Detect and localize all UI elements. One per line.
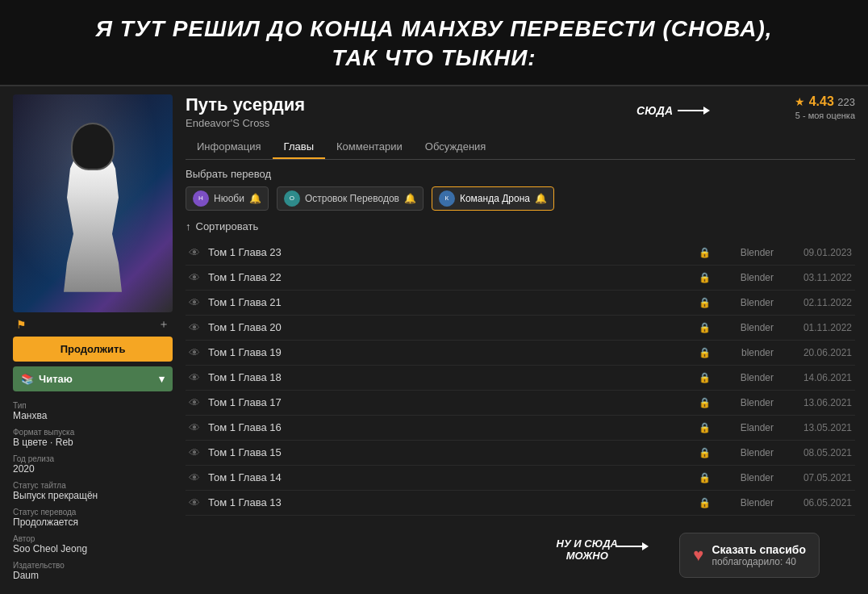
translator-nyubi[interactable]: Н Нюоби 🔔 [186,186,269,211]
add-icon: ＋ [158,317,169,332]
chapter-uploader: Blender [717,397,774,408]
chapter-title: Том 1 Глава 20 [208,321,699,333]
title-area: Путь усердия Endeavor'S Cross ★ 4.43 223… [186,94,855,129]
syuda-text: СЮДА [636,104,673,117]
eye-icon: 👁 [189,296,200,309]
continue-button[interactable]: Продолжить [13,337,173,362]
meta-type: Тип Манхва [13,401,173,421]
meta-trans-status-value: Продолжается [13,517,173,528]
lock-icon: 🔒 [699,247,711,258]
add-icon-btn[interactable]: ＋ [158,317,169,332]
banner-line1: Я ТУТ РЕШИЛ ДО КОНЦА МАНХВУ ПЕРЕВЕСТИ (С… [8,15,860,44]
reading-button[interactable]: 📚 Читаю ▾ [13,366,173,391]
chapter-date: 07.05.2021 [783,472,852,483]
rating-block: ★ 4.43 223 5 - моя оценка [795,94,855,120]
table-row[interactable]: 👁 Том 1 Глава 13 🔒 Blender 06.05.2021 [186,491,855,516]
meta-trans-status: Статус перевода Продолжается [13,508,173,528]
translator-islands-name: Островок Переводов [305,193,399,204]
chapter-uploader: Blender [717,297,774,308]
translator-drone[interactable]: К Команда Дрона 🔔 [432,186,554,211]
translation-selector: Н Нюоби 🔔 О Островок Переводов 🔔 К Коман… [186,186,855,211]
chapter-date: 06.05.2021 [783,497,852,508]
meta-author-value: Soo Cheol Jeong [13,543,173,554]
chapter-date: 20.06.2021 [783,347,852,358]
chapter-title: Том 1 Глава 13 [208,496,699,508]
my-rating-label: 5 - моя оценка [795,111,855,120]
thank-sub-text: поблагодарило: 40 [712,556,806,567]
thank-text-block: Сказать спасибо поблагодарило: 40 [712,543,806,567]
lock-icon: 🔒 [699,497,711,508]
table-row[interactable]: 👁 Том 1 Глава 20 🔒 Blender 01.11.2022 [186,316,855,341]
thank-block[interactable]: ♥ Сказать спасибо поблагодарило: 40 [679,533,820,578]
sort-label: Сортировать [196,220,259,232]
reading-icon: 📚 [21,373,34,385]
cover-figure [40,115,145,292]
chapter-uploader: Blender [717,372,774,383]
translator-islands-bell-icon: 🔔 [404,193,416,204]
table-row[interactable]: 👁 Том 1 Глава 14 🔒 Blender 07.05.2021 [186,466,855,491]
eye-icon: 👁 [189,421,200,434]
table-row[interactable]: 👁 Том 1 Глава 19 🔒 blender 20.06.2021 [186,341,855,366]
chapter-date: 14.06.2021 [783,372,852,383]
translator-drone-name: Команда Дрона [460,193,530,204]
meta-publisher: Издательство Daum [13,561,173,581]
bottom-annotation-line2: МОЖНО [557,550,618,562]
sort-row[interactable]: ↑ Сортировать [186,220,855,232]
manga-subtitle: Endeavor'S Cross [186,117,305,129]
translator-islands[interactable]: О Островок Переводов 🔔 [277,186,424,211]
tab-comments[interactable]: Комментарии [325,136,414,159]
meta-publisher-label: Издательство [13,561,173,570]
chapter-title: Том 1 Глава 22 [208,271,699,283]
lock-icon: 🔒 [699,472,711,483]
bottom-arrow-container [616,541,649,552]
meta-section: Тип Манхва Формат выпуска В цвете · Reb … [13,401,173,581]
chapters-list: 👁 Том 1 Глава 23 🔒 Blender 09.01.2023 👁 … [186,241,855,516]
lock-icon: 🔒 [699,297,711,308]
cover-icons: ⚑ ＋ [13,312,173,337]
syuda-annotation: СЮДА [636,104,710,117]
banner-line2: ТАК ЧТО ТЫКНИ: [8,44,860,73]
meta-year: Год релиза 2020 [13,454,173,475]
tab-information[interactable]: Информация [186,136,273,159]
chapter-date: 13.06.2021 [783,397,852,408]
table-row[interactable]: 👁 Том 1 Глава 21 🔒 Blender 02.11.2022 [186,291,855,316]
table-row[interactable]: 👁 Том 1 Глава 15 🔒 Blender 08.05.2021 [186,441,855,466]
left-sidebar: ⚑ ＋ Продолжить 📚 Читаю ▾ Тип Манхва Форм… [13,94,173,588]
chapter-title: Том 1 Глава 16 [208,421,699,433]
tab-chapters[interactable]: Главы [273,136,325,159]
reading-button-left: 📚 Читаю [21,373,73,385]
meta-author-label: Автор [13,534,173,543]
bottom-annotation: НУ И СЮДА МОЖНО [557,538,618,562]
chapter-title: Том 1 Глава 17 [208,396,699,408]
translator-nyubi-bell-icon: 🔔 [249,193,261,204]
chapter-uploader: Blender [717,322,774,333]
reading-label: Читаю [39,373,73,385]
title-block: Путь усердия Endeavor'S Cross [186,94,305,129]
meta-trans-status-label: Статус перевода [13,508,173,517]
table-row[interactable]: 👁 Том 1 Глава 22 🔒 Blender 03.11.2022 [186,266,855,291]
right-content: Путь усердия Endeavor'S Cross ★ 4.43 223… [186,94,855,588]
chapter-title: Том 1 Глава 14 [208,471,699,483]
cover-image [13,94,173,312]
lock-icon: 🔒 [699,422,711,433]
lock-icon: 🔒 [699,272,711,283]
heart-icon: ♥ [693,545,703,566]
table-row[interactable]: 👁 Том 1 Глава 18 🔒 Blender 14.06.2021 [186,366,855,391]
table-row[interactable]: 👁 Том 1 Глава 23 🔒 Blender 09.01.2023 [186,241,855,266]
tabs-row: Информация Главы Комментарии Обсуждения [186,136,855,160]
tab-discussions[interactable]: Обсуждения [414,136,498,159]
bookmark-icon-btn[interactable]: ⚑ [16,318,27,331]
lock-icon: 🔒 [699,347,711,358]
main-wrapper: ⚑ ＋ Продолжить 📚 Читаю ▾ Тип Манхва Форм… [0,86,868,594]
eye-icon: 👁 [189,496,200,509]
table-row[interactable]: 👁 Том 1 Глава 17 🔒 Blender 13.06.2021 [186,391,855,416]
lock-icon: 🔒 [699,447,711,458]
meta-title-status: Статус тайтла Выпуск прекращён [13,481,173,501]
eye-icon: 👁 [189,471,200,484]
translation-label: Выбрать перевод [186,168,855,180]
eye-icon: 👁 [189,396,200,409]
chapter-uploader: Blender [717,272,774,283]
table-row[interactable]: 👁 Том 1 Глава 16 🔒 Elander 13.05.2021 [186,416,855,441]
meta-title-status-label: Статус тайтла [13,481,173,490]
chapter-title: Том 1 Глава 18 [208,371,699,383]
